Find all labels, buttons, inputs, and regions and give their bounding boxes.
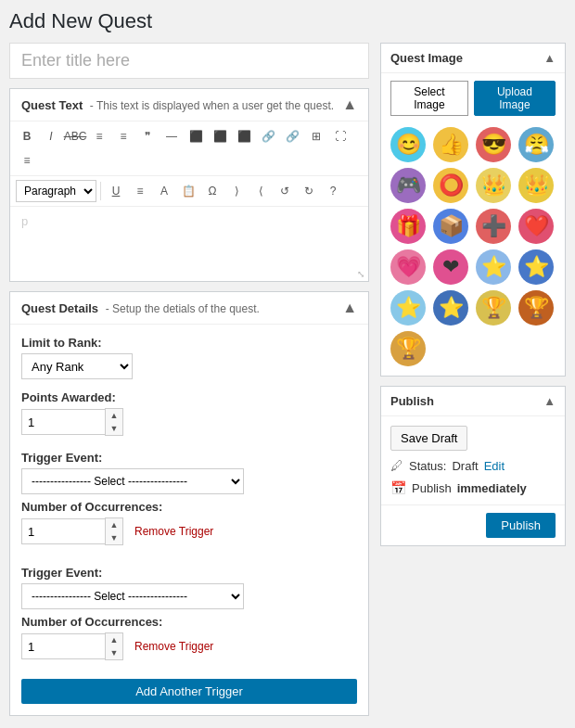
badge-item-9[interactable]: 🎁: [390, 209, 426, 244]
status-edit-link[interactable]: Edit: [484, 459, 505, 473]
table-btn[interactable]: ⊞: [305, 125, 327, 147]
blockquote-btn[interactable]: ❞: [136, 125, 159, 147]
badge-item-18[interactable]: ⭐: [433, 290, 468, 326]
quest-details-box: Quest Details - Setup the detials of the…: [9, 291, 369, 716]
badge-item-2[interactable]: 👍: [433, 127, 468, 162]
badge-item-1[interactable]: 😊: [390, 127, 426, 162]
trigger-block-2: Trigger Event: ---------------- Select -…: [21, 566, 357, 660]
fullscreen-btn[interactable]: ⛶: [329, 125, 351, 147]
text-mode-btn[interactable]: ≡: [16, 149, 38, 172]
occurrences-label-1: Number of Occurrences:: [21, 500, 357, 514]
badge-item-7[interactable]: 👑: [476, 168, 511, 203]
outdent-btn[interactable]: ⟨: [249, 180, 272, 202]
underline-btn[interactable]: U: [105, 180, 127, 202]
redo-btn[interactable]: ↻: [298, 180, 320, 202]
occurrences-spinner-down-2[interactable]: ▼: [106, 646, 122, 659]
badge-item-20[interactable]: 🏆: [518, 290, 554, 326]
bullet-list-btn[interactable]: ≡: [88, 125, 110, 147]
publish-title: Publish: [390, 394, 434, 408]
occurrences-input-2[interactable]: [21, 633, 105, 659]
occurrences-spinner-down-1[interactable]: ▼: [106, 531, 122, 544]
save-draft-button[interactable]: Save Draft: [390, 426, 467, 451]
bold-btn[interactable]: B: [16, 125, 38, 147]
status-label: Status:: [409, 459, 446, 473]
font-color-btn[interactable]: A: [153, 180, 175, 202]
badge-item-3[interactable]: 😎: [476, 127, 511, 162]
upload-image-button[interactable]: Upload Image: [474, 81, 556, 116]
publish-toggle[interactable]: ▲: [543, 394, 556, 408]
add-trigger-button[interactable]: Add Another Trigger: [21, 679, 357, 704]
align-left-btn[interactable]: ⬛: [185, 125, 207, 147]
badge-item-19[interactable]: 🏆: [476, 290, 511, 326]
badge-item-21[interactable]: 🏆: [390, 331, 426, 366]
select-image-button[interactable]: Select Image: [390, 81, 468, 116]
link-btn[interactable]: 🔗: [257, 125, 279, 147]
occurrences-spinner-up-1[interactable]: ▲: [106, 518, 122, 531]
badge-item-11[interactable]: ➕: [476, 209, 511, 244]
badge-item-8[interactable]: 👑: [518, 168, 554, 203]
quest-text-toggle[interactable]: ▲: [342, 96, 357, 113]
trigger-event-label-1: Trigger Event:: [21, 451, 357, 465]
resize-handle[interactable]: ⤡: [357, 269, 364, 279]
badge-item-6[interactable]: ⭕: [433, 168, 468, 203]
status-icon: 🖊: [390, 458, 403, 473]
publish-time-label: Publish: [412, 481, 452, 495]
quest-text-title: Quest Text - This text is displayed when…: [21, 98, 334, 112]
trigger-event-select-1[interactable]: ---------------- Select ----------------: [21, 468, 244, 494]
numbered-list-btn[interactable]: ≡: [112, 125, 134, 147]
align-right-btn[interactable]: ⬛: [233, 125, 255, 147]
quest-image-box: Quest Image ▲ Select Image Upload Image …: [380, 43, 566, 377]
occurrences-input-row-2: ▲ ▼: [21, 632, 123, 660]
badge-item-4[interactable]: 😤: [518, 127, 554, 162]
italic-btn[interactable]: I: [40, 125, 62, 147]
align-justify-btn[interactable]: ≡: [129, 180, 151, 202]
badge-item-16[interactable]: ⭐: [518, 249, 554, 285]
points-spinner-up[interactable]: ▲: [106, 409, 122, 422]
status-value: Draft: [452, 459, 478, 473]
occurrences-label-2: Number of Occurrences:: [21, 615, 357, 629]
occurrences-input-1[interactable]: [21, 518, 105, 544]
page-title: Add New Quest: [9, 9, 566, 33]
occurrences-spinner-2: ▲ ▼: [105, 632, 123, 660]
occurrences-spinner-up-2[interactable]: ▲: [106, 633, 122, 646]
quest-details-title: Quest Details - Setup the detials of the…: [21, 301, 260, 315]
badge-item-5[interactable]: 🎮: [390, 168, 426, 203]
quest-title-input[interactable]: [9, 43, 369, 79]
trigger-block-1: Trigger Event: ---------------- Select -…: [21, 451, 357, 545]
remove-trigger-btn-1[interactable]: Remove Trigger: [134, 525, 213, 538]
publish-time-row: 📅 Publish immediately: [390, 480, 556, 495]
points-awarded-label: Points Awarded:: [21, 390, 357, 404]
undo-btn[interactable]: ↺: [274, 180, 296, 202]
badge-item-14[interactable]: ❤: [433, 249, 468, 285]
publish-button[interactable]: Publish: [486, 513, 556, 538]
quest-details-header: Quest Details - Setup the detials of the…: [10, 292, 368, 325]
occurrences-group-2: Number of Occurrences: ▲ ▼ Remove Trig: [21, 615, 357, 660]
special-char-btn[interactable]: Ω: [201, 180, 224, 202]
paragraph-format-select[interactable]: Paragraph Heading 1 Heading 2 Heading 3: [16, 180, 96, 202]
badge-item-13[interactable]: 💗: [390, 249, 426, 285]
paste-btn[interactable]: 📋: [177, 180, 199, 202]
unlink-btn[interactable]: 🔗: [281, 125, 303, 147]
badge-item-15[interactable]: ⭐: [476, 249, 511, 285]
points-awarded-input[interactable]: [21, 409, 105, 435]
occurrences-input-row-1: ▲ ▼: [21, 517, 123, 545]
remove-trigger-btn-2[interactable]: Remove Trigger: [134, 640, 213, 653]
indent-btn[interactable]: ⟩: [225, 180, 248, 202]
calendar-icon: 📅: [390, 480, 406, 495]
points-spinner-down[interactable]: ▼: [106, 422, 122, 435]
trigger-event-select-2[interactable]: ---------------- Select ----------------: [21, 583, 244, 609]
editor-content[interactable]: p ⤡: [10, 207, 368, 281]
publish-header: Publish ▲: [381, 387, 565, 416]
badge-item-10[interactable]: 📦: [433, 209, 468, 244]
occurrences-group-1: Number of Occurrences: ▲ ▼ Remove Trig: [21, 500, 357, 545]
quest-image-toggle[interactable]: ▲: [543, 51, 556, 65]
align-center-btn[interactable]: ⬛: [209, 125, 231, 147]
hr-btn[interactable]: —: [160, 125, 183, 147]
help-btn[interactable]: ?: [322, 180, 344, 202]
badge-item-12[interactable]: ❤️: [518, 209, 554, 244]
strikethrough-btn[interactable]: ABC: [64, 125, 86, 147]
badge-item-17[interactable]: ⭐: [390, 290, 426, 326]
limit-to-rank-select[interactable]: Any Rank Rank 1 Rank 2 Rank 3: [21, 353, 133, 379]
quest-details-toggle[interactable]: ▲: [342, 300, 357, 316]
limit-to-rank-group: Limit to Rank: Any Rank Rank 1 Rank 2 Ra…: [21, 336, 357, 379]
